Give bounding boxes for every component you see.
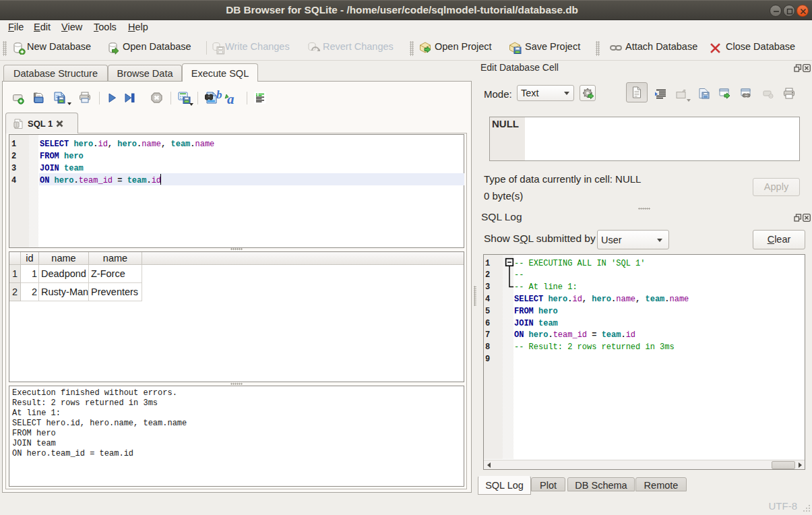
svg-text:a: a [227, 91, 235, 104]
svg-text:b: b [216, 88, 222, 101]
